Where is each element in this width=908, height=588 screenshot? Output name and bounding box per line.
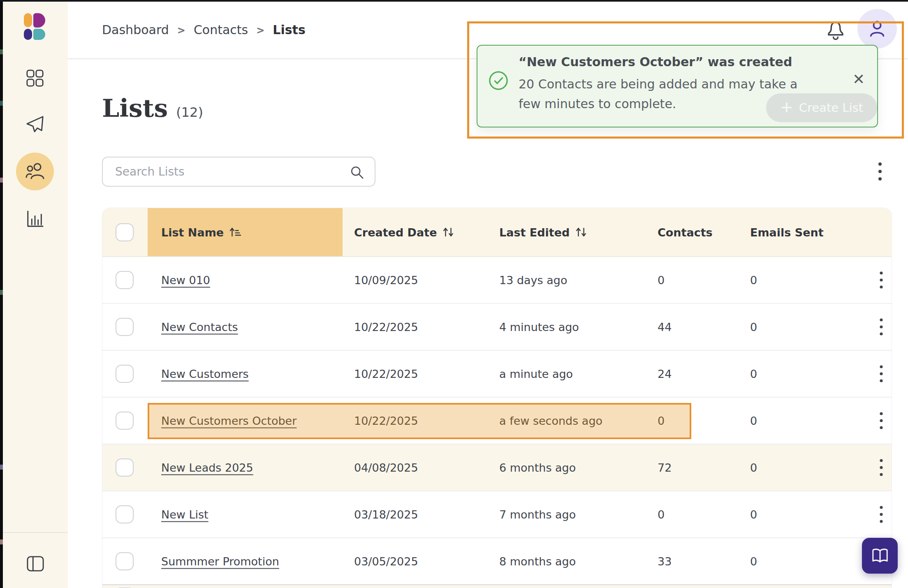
row-checkbox[interactable] — [116, 458, 134, 477]
row-checkbox[interactable] — [116, 318, 134, 336]
logo-shape-teal — [33, 29, 45, 40]
header-created-date[interactable]: Created Date — [354, 226, 455, 238]
emails-sent-cell: 0 — [750, 368, 757, 380]
sidebar-item-dashboard[interactable] — [16, 59, 54, 97]
sliver-speck — [0, 101, 3, 106]
row-checkbox[interactable] — [116, 505, 134, 523]
list-name-link[interactable]: New Leads 2025 — [161, 461, 253, 474]
sidebar-divider — [3, 532, 68, 533]
list-name-link[interactable]: New Customers October — [161, 414, 296, 427]
created-date-cell: 04/08/2025 — [354, 461, 418, 474]
list-name-link[interactable]: New Customers — [161, 368, 249, 380]
kebab-icon — [879, 505, 883, 524]
list-name-link[interactable]: Summmer Promotion — [161, 555, 279, 568]
create-list-label: Create List — [799, 101, 863, 115]
last-edited-cell: 6 months ago — [499, 461, 576, 474]
row-checkbox[interactable] — [116, 552, 134, 570]
sidebar-item-reports[interactable] — [16, 200, 54, 238]
last-edited-cell: a few seconds ago — [499, 414, 602, 427]
row-actions-menu[interactable] — [872, 267, 890, 293]
emails-sent-cell: 0 — [750, 414, 757, 427]
search-icon — [350, 165, 365, 180]
list-name-link[interactable]: New 010 — [161, 274, 210, 287]
user-icon — [868, 19, 887, 38]
row-checkbox[interactable] — [116, 365, 134, 383]
row-actions-menu[interactable] — [872, 314, 890, 340]
breadcrumb-contacts[interactable]: Contacts — [194, 23, 248, 37]
toast-close-button[interactable]: ✕ — [850, 70, 868, 88]
created-date-cell: 10/09/2025 — [354, 274, 418, 287]
table-row: New List 03/18/2025 7 months ago 0 0 — [102, 491, 892, 537]
sort-updown-icon — [574, 226, 588, 238]
background-window-sliver — [0, 0, 3, 588]
sort-updown-icon — [442, 226, 455, 238]
created-date-cell: 03/05/2025 — [354, 555, 418, 568]
header-contacts: Contacts — [658, 226, 713, 238]
contacts-cell: 0 — [658, 274, 665, 287]
breadcrumb-lists: Lists — [273, 23, 305, 37]
breadcrumb: Dashboard > Contacts > Lists — [102, 23, 306, 37]
last-edited-cell: 4 minutes ago — [499, 321, 579, 333]
sidebar — [3, 0, 68, 588]
contacts-cell: 33 — [658, 555, 672, 568]
breadcrumb-separator: > — [177, 25, 185, 36]
breadcrumb-dashboard[interactable]: Dashboard — [102, 23, 169, 37]
header-label: Contacts — [658, 226, 713, 238]
row-actions-menu[interactable] — [872, 408, 890, 433]
kebab-icon — [879, 364, 883, 383]
breadcrumb-separator: > — [256, 25, 264, 36]
create-list-button[interactable]: + Create List — [766, 93, 877, 122]
logo-shape-orange — [24, 13, 32, 27]
table-row: Summmer Promotion 03/05/2025 8 months ag… — [102, 537, 892, 584]
grid-icon — [25, 69, 44, 88]
row-actions-menu[interactable] — [872, 361, 890, 387]
search-input[interactable] — [103, 157, 375, 186]
logo-shape-purple — [33, 13, 45, 28]
header-label: Created Date — [354, 226, 437, 238]
header-emails-sent: Emails Sent — [750, 226, 824, 238]
emails-sent-cell: 0 — [750, 555, 757, 568]
last-edited-cell: a minute ago — [499, 368, 573, 380]
notifications-button[interactable] — [825, 19, 846, 43]
open-book-icon — [871, 547, 889, 565]
contacts-cell: 24 — [658, 368, 672, 380]
emails-sent-cell: 0 — [750, 274, 757, 287]
send-icon — [25, 115, 44, 133]
created-date-cell: 03/18/2025 — [354, 508, 418, 521]
plus-icon: + — [780, 99, 793, 115]
contacts-cell: 44 — [658, 321, 672, 333]
created-date-cell: 10/22/2025 — [354, 321, 418, 333]
collapse-sidebar-button[interactable] — [26, 555, 45, 573]
account-avatar[interactable] — [857, 9, 897, 49]
row-actions-menu[interactable] — [872, 502, 890, 527]
table-row: New 010 10/09/2025 13 days ago 0 0 — [102, 256, 892, 303]
last-edited-cell: 8 months ago — [499, 555, 576, 568]
sidebar-item-campaigns[interactable] — [16, 105, 54, 143]
list-name-link[interactable]: New Contacts — [161, 321, 238, 333]
list-name-link[interactable]: New List — [161, 508, 208, 521]
kebab-icon — [879, 317, 883, 336]
header-list-name[interactable]: List Name — [161, 226, 241, 238]
search-box — [102, 157, 375, 187]
sliver-speck — [0, 178, 3, 183]
lists-options-menu[interactable] — [871, 159, 889, 184]
row-checkbox[interactable] — [116, 412, 134, 430]
kebab-icon — [879, 458, 883, 477]
select-all-checkbox[interactable] — [116, 223, 134, 241]
row-actions-menu[interactable] — [872, 455, 890, 480]
table-row-partial — [102, 584, 892, 588]
help-docs-fab[interactable] — [862, 538, 898, 574]
header-last-edited[interactable]: Last Edited — [499, 226, 588, 238]
table-row: New Customers 10/22/2025 a minute ago 24… — [102, 350, 892, 397]
table-header-row: List Name Created Date Last Edited Conta… — [102, 208, 892, 256]
created-date-cell: 10/22/2025 — [354, 414, 418, 427]
table-row: New Leads 2025 04/08/2025 6 months ago 7… — [102, 444, 892, 491]
sidebar-item-contacts[interactable] — [16, 153, 54, 190]
row-checkbox[interactable] — [116, 271, 134, 289]
emails-sent-cell: 0 — [750, 461, 757, 474]
toast-title: “New Customers October” was created — [519, 55, 792, 69]
page-title: Lists — [102, 94, 168, 123]
contacts-cell: 0 — [658, 414, 665, 427]
last-edited-cell: 7 months ago — [499, 508, 576, 521]
benchmark-logo[interactable] — [24, 13, 45, 40]
